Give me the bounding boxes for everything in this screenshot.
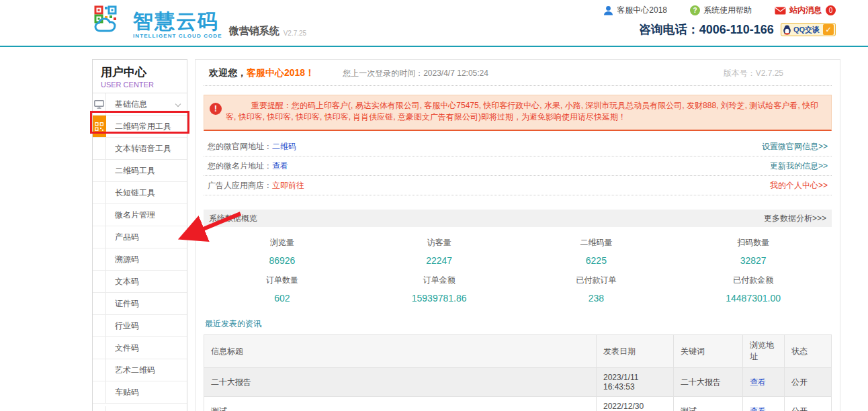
go-now-link[interactable]: 立即前往 [272, 180, 304, 191]
message-count-badge: 0 [826, 5, 836, 15]
sidebar-group-basic-label: 基础信息 [106, 93, 176, 115]
qr-code-icon [93, 116, 106, 137]
sidebar-group-qr-tools[interactable]: 二维码常用工具 [93, 116, 187, 138]
stats-title: 系统数据概览 [209, 213, 257, 224]
sidebar-item-art-qr[interactable]: 艺术二维码 [93, 359, 187, 381]
stat-order-amount: 15939781.86 [361, 293, 518, 304]
sidebar-item-qr-tool[interactable]: 二维码工具 [93, 160, 187, 182]
app-logo: 智慧云码 INTELLIGENT CLOUD CODE 微营销系统 V2.7.2… [94, 5, 306, 39]
nav-help[interactable]: ? 系统使用帮助 [690, 5, 752, 16]
sidebar-item-cert-code[interactable]: 证件码 [93, 293, 187, 315]
logo-version: V2.7.25 [284, 30, 306, 37]
top-header: 智慧云码 INTELLIGENT CLOUD CODE 微营销系统 V2.7.2… [0, 0, 868, 47]
nav-user-label: 客服中心2018 [617, 5, 667, 16]
nav-messages[interactable]: 站内消息 0 [775, 5, 836, 16]
view-link[interactable]: 查看 [743, 397, 785, 411]
logo-product-name: 微营销系统 [229, 25, 279, 38]
stat-paid-amount: 14487301.00 [675, 293, 832, 304]
news-table-header-row: 信息标题 发表日期 关键词 浏览地址 状态 [204, 335, 832, 368]
col-status: 状态 [785, 335, 832, 368]
user-center-sidebar: 用户中心 USER CENTER 基础信息 二维码常用工具 文本转语音工具 二维… [92, 59, 187, 411]
stat-pageviews: 86926 [204, 255, 361, 266]
nav-user-account[interactable]: 客服中心2018 [603, 5, 667, 16]
welcome-bar: 欢迎您， 客服中心2018！ 您上一次登录的时间：2023/4/7 12:05:… [204, 60, 832, 86]
nav-messages-label: 站内消息 [789, 5, 822, 16]
logo-title: 智慧云码 [133, 11, 222, 32]
app-store-row: 广告人应用商店： 立即前往 我的个人中心>> [204, 176, 832, 195]
alert-text: 重要提醒：您的码上印客户(, 易达实体有限公司, 客服中心75475, 快印客行… [226, 100, 820, 123]
panel-version: 版本号：V2.7.25 [724, 68, 783, 79]
micro-card-row: 您的微名片地址： 查看 更新我的信息>> [204, 156, 832, 176]
sidebar-item-short-link[interactable]: 长短链工具 [93, 182, 187, 204]
micro-site-link[interactable]: 二维码 [272, 141, 296, 152]
welcome-prefix: 欢迎您， [209, 67, 247, 79]
stat-qrcodes: 6225 [518, 255, 675, 266]
settings-icon [93, 406, 106, 411]
sidebar-title: 用户中心 [101, 64, 187, 80]
qq-chat-label: QQ交谈 [793, 25, 820, 35]
stat-visitors: 22247 [361, 255, 518, 266]
micro-site-row: 您的微官网地址： 二维码 设置微官网信息>> [204, 137, 832, 156]
sidebar-item-car-sticker[interactable]: 车贴码 [93, 381, 187, 404]
setup-micro-site-link[interactable]: 设置微官网信息>> [762, 141, 828, 152]
welcome-username: 客服中心2018！ [247, 67, 314, 79]
sidebar-group-site-settings-label: 网站设置 [106, 406, 176, 411]
stats-header-bar: 系统数据概览 更多数据分析>>> [204, 210, 832, 227]
news-section-title: 最近发表的资讯 [205, 318, 832, 330]
news-table: 信息标题 发表日期 关键词 浏览地址 状态 二十大报告 2023/1/11 16… [204, 334, 832, 411]
more-analytics-link[interactable]: 更多数据分析>>> [764, 213, 826, 224]
monitor-icon [93, 93, 106, 115]
col-keyword: 关键词 [674, 335, 743, 368]
chevron-down-icon [175, 101, 181, 107]
sidebar-item-micro-card[interactable]: 微名片管理 [93, 204, 187, 226]
table-row: 二十大报告 2023/1/11 16:43:53 二十大报告 查看 公开 [204, 368, 832, 397]
logo-subtitle: INTELLIGENT CLOUD CODE [133, 34, 222, 39]
expiry-alert-banner: ! 重要提醒：您的码上印客户(, 易达实体有限公司, 客服中心75475, 快印… [204, 95, 832, 131]
sidebar-item-product-code[interactable]: 产品码 [93, 226, 187, 248]
sidebar-item-text-code[interactable]: 文本码 [93, 271, 187, 293]
qq-check-icon: ✓ [823, 24, 834, 35]
qq-chat-button[interactable]: QQ交谈 ✓ [781, 23, 836, 36]
sidebar-header: 用户中心 USER CENTER [93, 60, 187, 93]
sidebar-group-basic-info[interactable]: 基础信息 [93, 93, 187, 116]
micro-card-view-link[interactable]: 查看 [272, 161, 288, 172]
sidebar-group-site-settings[interactable]: 网站设置 [93, 406, 187, 411]
update-info-link[interactable]: 更新我的信息>> [770, 161, 828, 172]
user-icon [603, 5, 613, 15]
sidebar-subtitle: USER CENTER [101, 81, 187, 89]
qq-penguin-icon [783, 25, 791, 35]
col-date: 发表日期 [597, 335, 674, 368]
stat-scans: 32827 [675, 255, 832, 266]
envelope-icon [775, 7, 786, 15]
logo-qr-cloud-icon [94, 5, 129, 39]
status-badge: 公开 [785, 397, 832, 411]
alert-exclamation-icon: ! [210, 103, 222, 115]
sidebar-group-qr-tools-label: 二维码常用工具 [106, 116, 187, 137]
hotline-label: 咨询电话： [639, 23, 699, 36]
help-icon: ? [690, 5, 700, 15]
table-row: 测试 2022/12/30 9:22:02 测试 查看 公开 [204, 397, 832, 411]
col-view-url: 浏览地址 [743, 335, 785, 368]
stat-paid-orders: 238 [518, 293, 675, 304]
hotline-number: 4006-110-166 [699, 23, 774, 36]
view-link[interactable]: 查看 [743, 368, 785, 397]
personal-center-link[interactable]: 我的个人中心>> [770, 180, 828, 191]
sidebar-item-industry-code[interactable]: 行业码 [93, 315, 187, 337]
last-login-time: 您上一次登录的时间：2023/4/7 12:05:24 [343, 68, 488, 79]
stat-orders: 602 [204, 293, 361, 304]
col-title: 信息标题 [204, 335, 597, 368]
nav-help-label: 系统使用帮助 [703, 5, 752, 16]
sidebar-item-file-code[interactable]: 文件码 [93, 337, 187, 359]
stats-grid: 浏览量 访客量 二维码量 扫码数量 86926 22247 6225 32827… [204, 228, 832, 304]
hotline: 咨询电话：4006-110-166 [639, 21, 774, 38]
sidebar-item-text-to-speech[interactable]: 文本转语音工具 [93, 138, 187, 160]
main-panel: 欢迎您， 客服中心2018！ 您上一次登录的时间：2023/4/7 12:05:… [195, 59, 840, 411]
status-badge: 公开 [785, 368, 832, 397]
sidebar-item-trace-code[interactable]: 溯源码 [93, 248, 187, 271]
